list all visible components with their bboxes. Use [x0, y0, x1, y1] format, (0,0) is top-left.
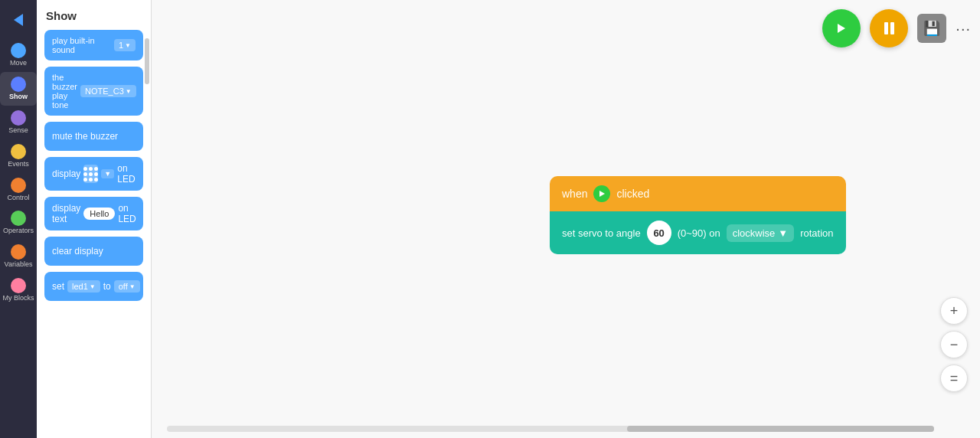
set-label: set [52, 281, 64, 292]
blocks-panel: Show play built-in sound 1 ▼ the buzzer … [37, 0, 152, 438]
sidebar-item-variables[interactable]: Variables [0, 240, 37, 273]
zoom-controls: + − = [940, 297, 968, 392]
sidebar-item-show[interactable]: Show [0, 72, 37, 106]
dropdown-arrow: ▼ [125, 42, 131, 49]
display-label: display [52, 168, 80, 179]
top-toolbar: 💾 ··· [822, 9, 971, 47]
sidebar-item-myblocks[interactable]: My Blocks [0, 273, 37, 307]
servo-angle-input[interactable]: 60 [647, 221, 671, 245]
sidebar-item-label-sense: Sense [8, 127, 28, 135]
more-button[interactable]: ··· [956, 20, 971, 38]
block-clear-display[interactable]: clear display [44, 237, 143, 266]
sidebar-item-label-variables: Variables [5, 261, 33, 269]
zoom-reset-button[interactable]: = [940, 364, 968, 392]
svg-marker-0 [14, 14, 23, 26]
servo-prefix-label: set servo to angle [562, 227, 641, 239]
sidebar-item-label-events: Events [8, 161, 29, 168]
block-mute-buzzer[interactable]: mute the buzzer [44, 122, 143, 151]
servo-suffix-label: rotation [800, 227, 833, 239]
block-set-led[interactable]: set led1 ▼ to off ▼ [44, 272, 143, 301]
play-sound-dropdown[interactable]: 1 ▼ [114, 39, 136, 51]
sidebar-item-label-control: Control [7, 194, 29, 202]
off-dropdown[interactable]: off ▼ [114, 280, 140, 293]
when-label: when [562, 188, 587, 200]
clicked-label: clicked [616, 188, 649, 200]
servo-range-label: (0~90) on [678, 227, 720, 239]
bottom-scrollbar-thumb[interactable] [627, 426, 934, 432]
mute-buzzer-label: mute the buzzer [52, 131, 118, 142]
flag-icon [838, 24, 845, 33]
variables-dot [11, 244, 26, 260]
servo-direction-dropdown[interactable]: clockwise ▼ [727, 224, 795, 242]
sidebar-item-operators[interactable]: Operators [0, 206, 37, 240]
to-label: to [103, 281, 111, 292]
flag-circle [593, 185, 610, 202]
zoom-out-button[interactable]: − [940, 331, 968, 358]
sidebar-item-label-myblocks: My Blocks [2, 295, 34, 302]
block-list: play built-in sound 1 ▼ the buzzer play … [37, 30, 151, 432]
myblocks-dot [11, 278, 26, 293]
canvas-area: 💾 ··· when clicked set servo to angle 60… [152, 0, 980, 438]
display-text-label: display text [52, 203, 80, 224]
panel-title: Show [37, 6, 151, 30]
block-display-led[interactable]: display ▼ on LED [44, 157, 143, 191]
flag-small-icon [599, 191, 605, 197]
led-grid [83, 167, 98, 181]
block-buzzer-tone[interactable]: the buzzer play tone NOTE_C3 ▼ [44, 67, 143, 116]
sidebar-item-events[interactable]: Events [0, 139, 37, 173]
pause-button[interactable] [870, 9, 908, 47]
move-dot [11, 43, 26, 58]
save-button[interactable]: 💾 [917, 14, 946, 43]
save-icon: 💾 [923, 20, 940, 37]
display-text-input[interactable]: Hello [83, 208, 115, 220]
zoom-in-button[interactable]: + [940, 297, 968, 325]
back-button[interactable] [6, 8, 31, 32]
sidebar-item-label-operators: Operators [3, 227, 34, 235]
operators-dot [11, 211, 26, 226]
display-led-arrow[interactable]: ▼ [101, 169, 114, 178]
servo-dropdown-arrow: ▼ [778, 227, 788, 239]
pause-icon [884, 22, 894, 34]
scroll-bar[interactable] [145, 38, 149, 84]
block-display-text[interactable]: display text Hello on LED [44, 197, 143, 230]
play-sound-label: play built-in sound [52, 36, 111, 54]
led1-dropdown[interactable]: led1 ▼ [67, 280, 100, 293]
servo-block[interactable]: set servo to angle 60 (0~90) on clockwis… [550, 211, 846, 254]
sense-dot [11, 110, 26, 126]
events-dot [11, 144, 26, 159]
clear-display-label: clear display [52, 246, 103, 257]
run-button[interactable] [822, 9, 861, 47]
canvas-block-group: when clicked set servo to angle 60 (0~90… [550, 176, 846, 254]
buzzer-tone-label: the buzzer play tone [52, 73, 77, 110]
bottom-scrollbar[interactable] [167, 426, 934, 432]
sidebar-item-sense[interactable]: Sense [0, 106, 37, 139]
when-clicked-block[interactable]: when clicked [550, 176, 846, 211]
show-dot [11, 77, 26, 92]
buzzer-tone-dropdown[interactable]: NOTE_C3 ▼ [80, 85, 136, 97]
sidebar-item-control[interactable]: Control [0, 173, 37, 207]
on-led-label: on LED [117, 163, 136, 185]
grid-icon[interactable] [83, 165, 98, 183]
sidebar-item-label-show: Show [9, 93, 28, 101]
control-dot [11, 178, 26, 193]
dropdown-arrow: ▼ [126, 88, 132, 95]
sidebar: Move Show Sense Events Control Operators… [0, 0, 37, 438]
sidebar-item-move[interactable]: Move [0, 38, 37, 72]
on-led-suffix: on LED [118, 203, 136, 224]
block-play-sound[interactable]: play built-in sound 1 ▼ [44, 30, 143, 60]
sidebar-item-label-move: Move [10, 60, 27, 67]
